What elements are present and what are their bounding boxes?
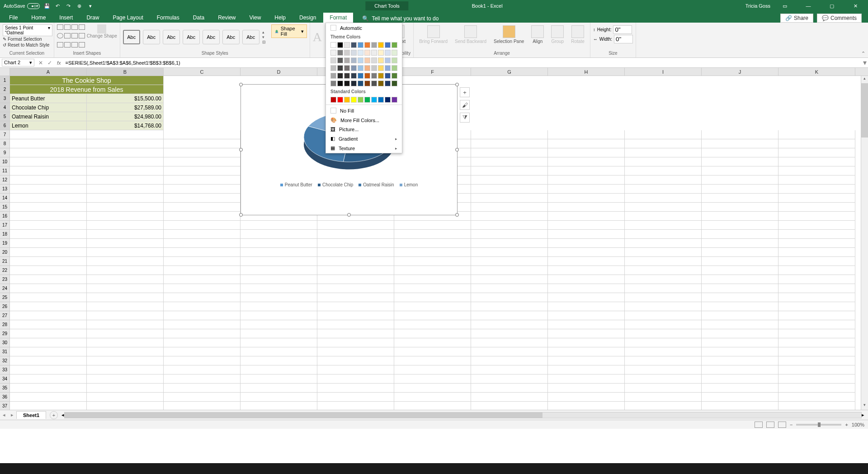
color-swatch[interactable] — [364, 97, 370, 103]
color-swatch[interactable] — [351, 42, 357, 48]
cell-H32[interactable] — [548, 356, 625, 365]
cell-A31[interactable] — [10, 347, 87, 356]
cell-D29[interactable] — [241, 329, 317, 338]
color-swatch[interactable] — [385, 57, 391, 63]
cell-D30[interactable] — [241, 338, 317, 347]
cell-K25[interactable] — [778, 293, 855, 302]
cell-I30[interactable] — [625, 338, 702, 347]
cell-K29[interactable] — [778, 329, 855, 338]
cell-C24[interactable] — [164, 284, 241, 293]
cell-A22[interactable] — [10, 266, 87, 275]
cell-G18[interactable] — [471, 230, 548, 239]
row-header-26[interactable]: 26 — [0, 302, 10, 311]
color-swatch[interactable] — [392, 81, 397, 86]
cell-J12[interactable] — [702, 175, 778, 185]
cell-K14[interactable] — [778, 194, 855, 203]
fx-icon[interactable]: fx — [57, 60, 61, 66]
cell-G34[interactable] — [471, 374, 548, 384]
cell-C34[interactable] — [164, 374, 241, 384]
gallery-up-icon[interactable]: ▴ — [262, 30, 266, 34]
cell-H19[interactable] — [548, 239, 625, 248]
cell-I20[interactable] — [625, 248, 702, 257]
cell-J15[interactable] — [702, 203, 778, 212]
cell-B24[interactable] — [87, 284, 164, 293]
cell-C33[interactable] — [164, 365, 241, 374]
color-swatch[interactable] — [358, 97, 363, 103]
cell-B37[interactable] — [87, 402, 164, 410]
cell-F29[interactable] — [394, 329, 471, 338]
cell-J20[interactable] — [702, 248, 778, 257]
cell-C17[interactable] — [164, 221, 241, 230]
cell-C30[interactable] — [164, 338, 241, 347]
cell-A32[interactable] — [10, 356, 87, 365]
cell-H28[interactable] — [548, 320, 625, 329]
cell-J7[interactable] — [702, 130, 778, 139]
cell-G32[interactable] — [471, 356, 548, 365]
cell-E28[interactable] — [317, 320, 394, 329]
cancel-formula-icon[interactable]: ✕ — [36, 60, 45, 66]
cell-B25[interactable] — [87, 293, 164, 302]
align-button[interactable]: Align — [528, 24, 547, 50]
style-preset-7[interactable]: Abc — [242, 30, 259, 44]
color-swatch[interactable] — [351, 50, 357, 56]
cell-A13[interactable] — [10, 185, 87, 194]
vertical-scrollbar[interactable]: ▴ ▾ — [861, 76, 868, 410]
cell-B30[interactable] — [87, 338, 164, 347]
row-header-17[interactable]: 17 — [0, 221, 10, 230]
row-header-7[interactable]: 7 — [0, 130, 10, 139]
cell-J13[interactable] — [702, 185, 778, 194]
hscroll-thumb[interactable] — [65, 412, 542, 418]
cell-B16[interactable] — [87, 212, 164, 221]
vscroll-thumb[interactable] — [861, 83, 868, 137]
cell-I31[interactable] — [625, 347, 702, 356]
cell-K13[interactable] — [778, 185, 855, 194]
row-header-22[interactable]: 22 — [0, 266, 10, 275]
cell-A21[interactable] — [10, 257, 87, 266]
color-swatch[interactable] — [351, 97, 357, 103]
cell-J34[interactable] — [702, 374, 778, 384]
chart-legend[interactable]: Peanut ButterChocolate ChipOatmeal Raisi… — [241, 182, 457, 187]
cell-E33[interactable] — [317, 365, 394, 374]
cell-G21[interactable] — [471, 257, 548, 266]
cell-H26[interactable] — [548, 302, 625, 311]
cell-D25[interactable] — [241, 293, 317, 302]
zoom-in-icon[interactable]: + — [845, 422, 848, 427]
cell-G15[interactable] — [471, 203, 548, 212]
cell-G14[interactable] — [471, 194, 548, 203]
cell-E18[interactable] — [317, 230, 394, 239]
color-swatch[interactable] — [358, 42, 363, 48]
cell-A25[interactable] — [10, 293, 87, 302]
cell-K26[interactable] — [778, 302, 855, 311]
cell-E17[interactable] — [317, 221, 394, 230]
legend-item[interactable]: Chocolate Chip — [318, 182, 353, 187]
cell-D22[interactable] — [241, 266, 317, 275]
legend-item[interactable]: Lemon — [400, 182, 418, 187]
cell-I34[interactable] — [625, 374, 702, 384]
cell-E22[interactable] — [317, 266, 394, 275]
color-swatch[interactable] — [364, 57, 370, 63]
row-header-3[interactable]: 3 — [0, 94, 10, 103]
cell-B34[interactable] — [87, 374, 164, 384]
cell-G29[interactable] — [471, 329, 548, 338]
cell-I37[interactable] — [625, 402, 702, 410]
picture-fill-option[interactable]: 🖼Picture... — [326, 125, 402, 134]
color-swatch[interactable] — [392, 50, 397, 56]
cell-D35[interactable] — [241, 384, 317, 393]
cell-B31[interactable] — [87, 347, 164, 356]
cell-K11[interactable] — [778, 166, 855, 175]
cell-D32[interactable] — [241, 356, 317, 365]
cell-H11[interactable] — [548, 166, 625, 175]
cell-H14[interactable] — [548, 194, 625, 203]
color-swatch[interactable] — [344, 81, 350, 86]
row-header-20[interactable]: 20 — [0, 248, 10, 257]
cell-B26[interactable] — [87, 302, 164, 311]
row-header-37[interactable]: 37 — [0, 402, 10, 410]
cell-b5[interactable]: $24,980.00 — [87, 112, 164, 121]
cell-G9[interactable] — [471, 148, 548, 157]
chart-elements-button[interactable]: + — [460, 87, 470, 97]
autosave-switch[interactable]: ● Off — [27, 3, 40, 9]
row-header-29[interactable]: 29 — [0, 329, 10, 338]
name-box[interactable]: Chart 2▾ — [2, 59, 34, 66]
column-header-B[interactable]: B — [87, 68, 164, 76]
group-button[interactable]: Group — [548, 24, 566, 50]
